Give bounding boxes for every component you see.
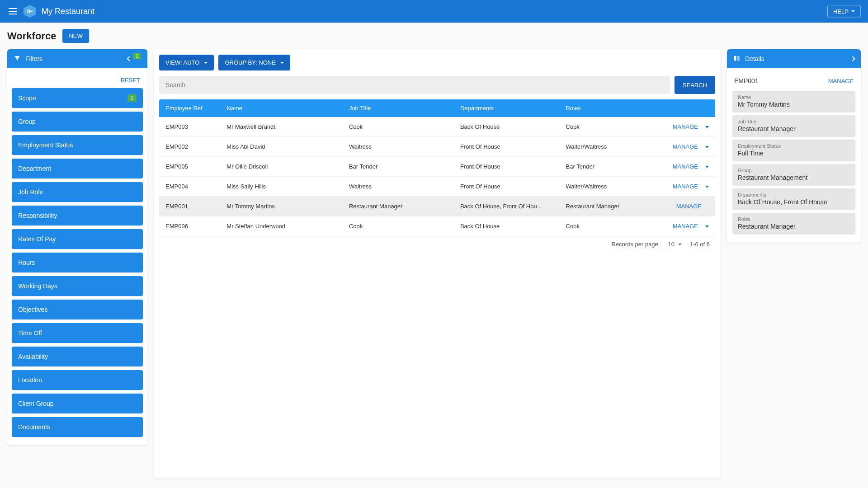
table-header-row: Employee RefNameJob TitleDepartmentsRole… bbox=[159, 99, 715, 117]
filter-item[interactable]: Department bbox=[12, 159, 143, 178]
filters-header[interactable]: Filters 1 bbox=[7, 49, 147, 68]
table-cell: Cook bbox=[343, 216, 454, 236]
details-manage-button[interactable]: MANAGE bbox=[828, 78, 854, 84]
filter-item[interactable]: Responsibility bbox=[12, 206, 143, 225]
column-header[interactable]: Departments bbox=[454, 99, 560, 117]
filter-item[interactable]: Job Role bbox=[12, 182, 143, 202]
details-body: EMP001 MANAGE NameMr Tommy MartinsJob Ti… bbox=[727, 68, 861, 243]
table-row[interactable]: EMP005Mr Ollie DriscollBar TenderFront O… bbox=[159, 157, 715, 177]
column-header[interactable]: Employee Ref bbox=[159, 99, 220, 117]
detail-label: Departments bbox=[738, 192, 850, 197]
topbar: BM My Restaurant HELP bbox=[0, 0, 868, 23]
filter-item[interactable]: Objectives bbox=[12, 300, 143, 319]
table-cell-actions: MANAGE bbox=[648, 177, 715, 197]
hamburger-menu-icon[interactable] bbox=[7, 6, 18, 17]
main-panel: VIEW: AUTO GROUP BY: NONE SEARCH Employe… bbox=[154, 49, 721, 479]
table-cell: Miss Abi David bbox=[220, 137, 343, 157]
table-cell: Back Of House, Front Of Hou... bbox=[454, 197, 560, 216]
table-cell: Cook bbox=[343, 117, 454, 137]
detail-label: Roles bbox=[738, 216, 850, 222]
filter-item-label: Documents bbox=[18, 423, 50, 431]
table-cell: Bar Tender bbox=[560, 157, 649, 177]
table-cell-actions: MANAGE bbox=[648, 157, 715, 177]
table-cell: Front Of House bbox=[454, 157, 560, 177]
svg-rect-0 bbox=[734, 56, 736, 61]
help-button[interactable]: HELP bbox=[827, 5, 861, 18]
filter-item[interactable]: Availability bbox=[12, 347, 143, 366]
app-logo-icon: BM bbox=[24, 5, 36, 18]
help-label: HELP bbox=[833, 8, 849, 15]
filter-item-label: Employment Status bbox=[18, 141, 73, 149]
table-cell: Mr Tommy Martins bbox=[220, 197, 343, 216]
table-cell: Front Of House bbox=[454, 137, 560, 157]
row-menu-icon[interactable] bbox=[705, 166, 709, 168]
chevron-right-icon bbox=[850, 56, 855, 61]
detail-label: Group bbox=[738, 168, 850, 173]
manage-button[interactable]: MANAGE bbox=[673, 183, 698, 190]
detail-value: Mr Tommy Martins bbox=[738, 101, 850, 108]
details-id: EMP001 bbox=[734, 77, 828, 84]
table-cell: Back Of House bbox=[454, 117, 560, 137]
search-button[interactable]: SEARCH bbox=[675, 76, 715, 94]
column-header[interactable]: Job Title bbox=[343, 99, 454, 117]
detail-card: Job TitleRestaurant Manager bbox=[732, 115, 855, 137]
details-header[interactable]: Details bbox=[727, 49, 861, 68]
filter-item-label: Hours bbox=[18, 259, 35, 266]
table-cell: Waitress bbox=[343, 137, 454, 157]
detail-value: Restaurant Manager bbox=[738, 223, 850, 230]
detail-card: GroupRestaurant Management bbox=[732, 164, 855, 186]
filter-item[interactable]: Group bbox=[12, 112, 143, 131]
column-header[interactable]: Name bbox=[220, 99, 343, 117]
toolbar: VIEW: AUTO GROUP BY: NONE bbox=[159, 55, 715, 70]
table-row[interactable]: EMP002Miss Abi DavidWaitressFront Of Hou… bbox=[159, 137, 715, 157]
column-header[interactable]: Roles bbox=[560, 99, 649, 117]
filters-body: RESET Scope1GroupEmployment StatusDepart… bbox=[7, 68, 147, 445]
filter-item[interactable]: Hours bbox=[12, 253, 143, 272]
manage-button[interactable]: MANAGE bbox=[673, 123, 698, 130]
app-title: My Restaurant bbox=[42, 7, 827, 16]
filter-item[interactable]: Time Off bbox=[12, 323, 143, 343]
table-row[interactable]: EMP003Mr Maxwell BrandtCookBack Of House… bbox=[159, 117, 715, 137]
detail-value: Full Time bbox=[738, 150, 850, 157]
group-by-label: GROUP BY: NONE bbox=[225, 59, 275, 66]
filter-item[interactable]: Employment Status bbox=[12, 135, 143, 155]
table-cell: Waiter/Waitress bbox=[560, 177, 649, 197]
filter-item[interactable]: Location bbox=[12, 370, 143, 390]
filter-item[interactable]: Rates Of Pay bbox=[12, 229, 143, 249]
records-per-page-label: Records per page: bbox=[611, 241, 660, 248]
filter-item-label: Objectives bbox=[18, 306, 47, 313]
group-by-button[interactable]: GROUP BY: NONE bbox=[218, 55, 290, 70]
chevron-left-icon bbox=[127, 56, 132, 61]
page-size-select[interactable]: 10 bbox=[668, 241, 681, 248]
table-row[interactable]: EMP004Miss Sally HillsWaitressFront Of H… bbox=[159, 177, 715, 197]
manage-button[interactable]: MANAGE bbox=[676, 203, 702, 210]
table-cell-actions: MANAGE bbox=[648, 197, 715, 216]
filter-item[interactable]: Scope1 bbox=[12, 88, 143, 108]
filters-count-badge: 1 bbox=[133, 53, 141, 59]
chevron-down-icon bbox=[204, 62, 208, 64]
view-mode-button[interactable]: VIEW: AUTO bbox=[159, 55, 214, 70]
row-menu-icon[interactable] bbox=[705, 225, 709, 228]
detail-card: Employment StatusFull Time bbox=[732, 140, 855, 161]
page-range-label: 1-6 of 6 bbox=[690, 241, 710, 248]
row-menu-icon[interactable] bbox=[705, 146, 709, 148]
table-cell: Front Of House bbox=[454, 177, 560, 197]
pager: Records per page: 10 1-6 of 6 bbox=[159, 236, 715, 254]
filter-item[interactable]: Documents bbox=[12, 417, 143, 437]
svg-rect-1 bbox=[736, 56, 740, 61]
filter-item[interactable]: Working Days bbox=[12, 276, 143, 296]
manage-button[interactable]: MANAGE bbox=[673, 223, 698, 230]
new-button[interactable]: NEW bbox=[62, 29, 89, 43]
table-row[interactable]: EMP001Mr Tommy MartinsRestaurant Manager… bbox=[159, 197, 715, 216]
reset-filters-button[interactable]: RESET bbox=[121, 77, 140, 84]
layout: Filters 1 RESET Scope1GroupEmployment St… bbox=[0, 49, 868, 486]
search-input[interactable] bbox=[159, 76, 670, 94]
row-menu-icon[interactable] bbox=[705, 126, 709, 128]
row-menu-icon[interactable] bbox=[705, 186, 709, 188]
manage-button[interactable]: MANAGE bbox=[673, 163, 698, 170]
table-row[interactable]: EMP006Mr Steffan UnderwoodCookBack Of Ho… bbox=[159, 216, 715, 236]
table-cell: EMP002 bbox=[159, 137, 220, 157]
filter-item[interactable]: Client Group bbox=[12, 394, 143, 413]
manage-button[interactable]: MANAGE bbox=[673, 143, 698, 150]
table-cell: Mr Steffan Underwood bbox=[220, 216, 343, 236]
